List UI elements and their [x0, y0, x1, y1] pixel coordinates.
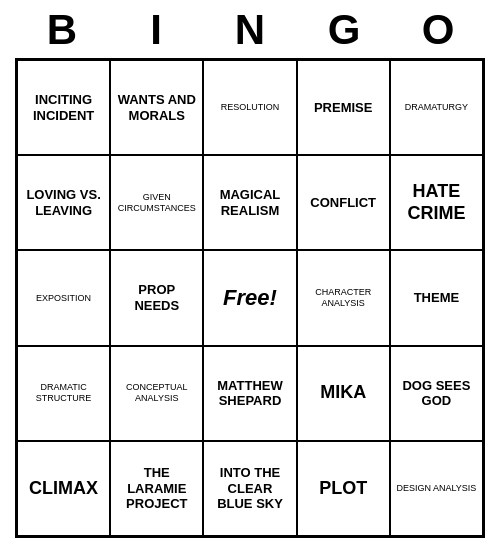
cell-r4-c4[interactable]: DESIGN ANALYSIS [390, 441, 483, 536]
cell-r3-c0[interactable]: DRAMATIC STRUCTURE [17, 346, 110, 441]
cell-r4-c2[interactable]: INTO THE CLEAR BLUE SKY [203, 441, 296, 536]
cell-r1-c3[interactable]: CONFLICT [297, 155, 390, 250]
letter-i: I [113, 6, 199, 54]
cell-r4-c3[interactable]: PLOT [297, 441, 390, 536]
cell-r3-c3[interactable]: MIKA [297, 346, 390, 441]
cell-r0-c1[interactable]: WANTS AND MORALS [110, 60, 203, 155]
cell-r4-c0[interactable]: CLIMAX [17, 441, 110, 536]
cell-r2-c0[interactable]: EXPOSITION [17, 250, 110, 345]
cell-r1-c1[interactable]: GIVEN CIRCUMSTANCES [110, 155, 203, 250]
letter-n: N [207, 6, 293, 54]
cell-r0-c2[interactable]: RESOLUTION [203, 60, 296, 155]
bingo-header: B I N G O [15, 0, 485, 58]
cell-r2-c3[interactable]: CHARACTER ANALYSIS [297, 250, 390, 345]
cell-r0-c0[interactable]: INCITING INCIDENT [17, 60, 110, 155]
cell-r1-c2[interactable]: MAGICAL REALISM [203, 155, 296, 250]
cell-r2-c1[interactable]: PROP NEEDS [110, 250, 203, 345]
cell-r1-c0[interactable]: LOVING VS. LEAVING [17, 155, 110, 250]
letter-o: O [395, 6, 481, 54]
bingo-grid: INCITING INCIDENTWANTS AND MORALSRESOLUT… [15, 58, 485, 538]
letter-g: G [301, 6, 387, 54]
cell-r3-c2[interactable]: MATTHEW SHEPARD [203, 346, 296, 441]
cell-r0-c4[interactable]: DRAMATURGY [390, 60, 483, 155]
cell-r1-c4[interactable]: HATE CRIME [390, 155, 483, 250]
cell-r3-c1[interactable]: CONCEPTUAL ANALYSIS [110, 346, 203, 441]
cell-r3-c4[interactable]: DOG SEES GOD [390, 346, 483, 441]
cell-r2-c4[interactable]: THEME [390, 250, 483, 345]
letter-b: B [19, 6, 105, 54]
cell-r0-c3[interactable]: PREMISE [297, 60, 390, 155]
cell-r2-c2[interactable]: Free! [203, 250, 296, 345]
cell-r4-c1[interactable]: THE LARAMIE PROJECT [110, 441, 203, 536]
